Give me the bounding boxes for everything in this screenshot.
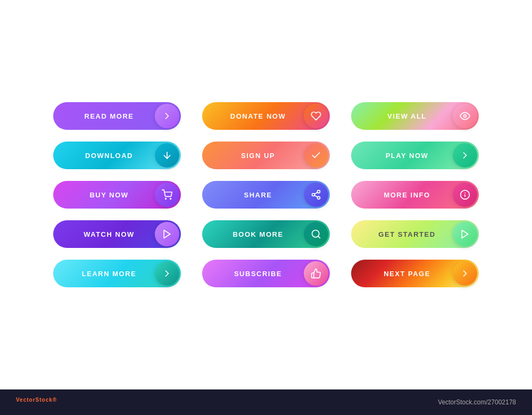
learn-more-label: LEARN MORE	[82, 270, 136, 278]
share-button[interactable]: SHARE	[202, 181, 330, 209]
view-all-label-area: VIEW ALL	[351, 102, 479, 130]
main-area: READ MORE DONATE NOW VIEW ALL	[0, 0, 532, 389]
chevron-right-icon	[460, 268, 470, 279]
subscribe-label-area: SUBSCRIBE	[202, 260, 330, 287]
buy-now-label-area: BUY NOW	[53, 181, 181, 209]
svg-point-2	[165, 198, 167, 200]
sign-up-icon-circle	[304, 143, 328, 168]
donate-now-icon-circle	[304, 104, 328, 128]
book-more-label: BOOK MORE	[232, 230, 283, 238]
get-started-label-area: GET STARTED	[351, 220, 479, 248]
chevron-right-icon	[162, 268, 172, 279]
svg-point-0	[464, 115, 467, 118]
play-icon	[460, 229, 470, 239]
share-icon	[311, 189, 321, 200]
play-now-label: PLAY NOW	[386, 152, 429, 160]
cart-icon	[162, 189, 172, 200]
footer-url: VectorStock.com/27002178	[438, 399, 516, 406]
watch-now-icon-circle	[155, 222, 179, 246]
learn-more-label-area: LEARN MORE	[53, 260, 181, 287]
next-page-button[interactable]: NEXT PAGE	[351, 260, 479, 287]
subscribe-icon-circle	[304, 261, 328, 286]
more-info-label-area: MORE INFO	[351, 181, 479, 209]
watch-now-button[interactable]: WATCH NOW	[53, 220, 181, 248]
view-all-icon-circle	[453, 104, 477, 128]
get-started-label: GET STARTED	[378, 230, 435, 238]
subscribe-label: SUBSCRIBE	[234, 270, 282, 278]
download-label: DOWNLOAD	[85, 152, 133, 160]
check-icon	[311, 150, 321, 161]
arrow-down-icon	[162, 150, 172, 161]
download-button[interactable]: DOWNLOAD	[53, 142, 181, 169]
more-info-icon-circle	[453, 182, 477, 207]
buy-now-icon-circle	[155, 182, 179, 207]
get-started-button[interactable]: GET STARTED	[351, 220, 479, 248]
watch-now-label-area: WATCH NOW	[53, 220, 181, 248]
play-now-button[interactable]: PLAY NOW	[351, 142, 479, 169]
download-label-area: DOWNLOAD	[53, 142, 181, 169]
more-info-label: MORE INFO	[384, 191, 430, 199]
chevron-right-icon	[162, 111, 172, 121]
next-page-icon-circle	[453, 261, 477, 286]
read-more-label: READ MORE	[85, 112, 134, 120]
share-icon-circle	[304, 182, 328, 207]
play-now-label-area: PLAY NOW	[351, 142, 479, 169]
donate-now-label-area: DONATE NOW	[202, 102, 330, 130]
buy-now-label: BUY NOW	[89, 191, 128, 199]
next-page-label-area: NEXT PAGE	[351, 260, 479, 287]
next-page-label: NEXT PAGE	[384, 270, 430, 278]
footer-brand: VectorStock®	[16, 397, 57, 407]
info-icon	[460, 189, 470, 200]
book-more-icon-circle	[304, 222, 328, 246]
share-label-area: SHARE	[202, 181, 330, 209]
svg-line-8	[314, 192, 318, 194]
donate-now-button[interactable]: DONATE NOW	[202, 102, 330, 130]
svg-point-3	[170, 198, 171, 200]
svg-marker-15	[462, 230, 468, 238]
thumbs-up-icon	[311, 268, 321, 279]
sign-up-label-area: SIGN UP	[202, 142, 330, 169]
subscribe-button[interactable]: SUBSCRIBE	[202, 260, 330, 287]
donate-now-label: DONATE NOW	[230, 112, 286, 120]
view-all-label: VIEW ALL	[387, 112, 427, 120]
book-more-button[interactable]: BOOK MORE	[202, 220, 330, 248]
book-more-label-area: BOOK MORE	[202, 220, 330, 248]
play-now-icon-circle	[453, 143, 477, 168]
read-more-label-area: READ MORE	[53, 102, 181, 130]
view-all-button[interactable]: VIEW ALL	[351, 102, 479, 130]
buy-now-button[interactable]: BUY NOW	[53, 181, 181, 209]
heart-icon	[311, 111, 321, 121]
chevron-right-icon	[460, 150, 470, 161]
svg-line-7	[314, 195, 318, 197]
footer: VectorStock® VectorStock.com/27002178	[0, 389, 532, 415]
share-label: SHARE	[244, 191, 272, 199]
footer-trademark: ®	[53, 397, 57, 403]
footer-brand-name: VectorStock	[16, 397, 53, 403]
play-icon	[162, 229, 172, 239]
more-info-button[interactable]: MORE INFO	[351, 181, 479, 209]
learn-more-button[interactable]: LEARN MORE	[53, 260, 181, 287]
get-started-icon-circle	[453, 222, 477, 246]
eye-icon	[460, 111, 470, 121]
watch-now-label: WATCH NOW	[84, 230, 135, 238]
learn-more-icon-circle	[155, 261, 179, 286]
sign-up-button[interactable]: SIGN UP	[202, 142, 330, 169]
buttons-grid: READ MORE DONATE NOW VIEW ALL	[43, 92, 489, 298]
read-more-icon-circle	[155, 104, 179, 128]
search-icon	[311, 229, 321, 239]
svg-marker-12	[164, 230, 170, 238]
svg-line-14	[318, 236, 320, 238]
sign-up-label: SIGN UP	[241, 152, 275, 160]
download-icon-circle	[155, 143, 179, 168]
read-more-button[interactable]: READ MORE	[53, 102, 181, 130]
